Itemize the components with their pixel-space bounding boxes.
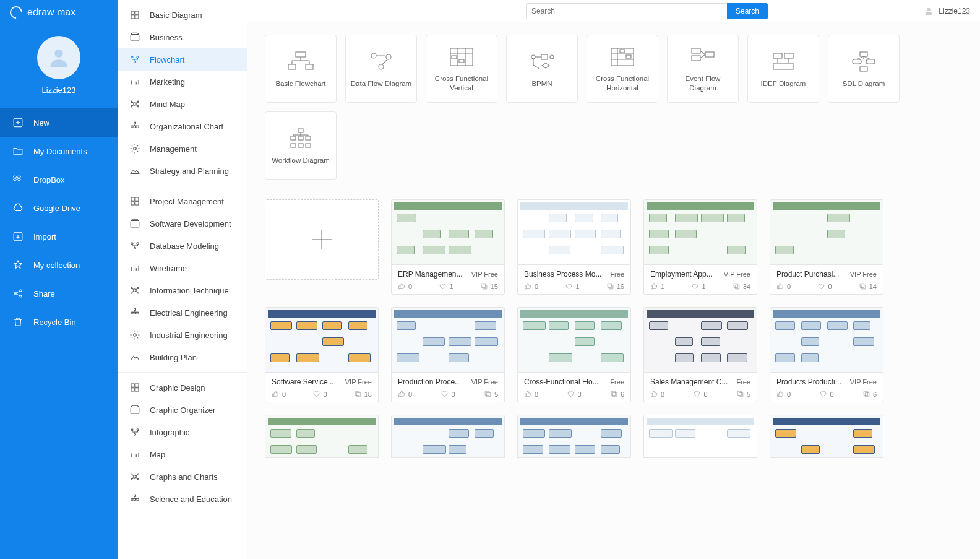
template-card[interactable]: Products Producti... VIP Free 0 0 6 (770, 307, 883, 402)
search-input[interactable] (526, 3, 727, 19)
type-card-basic-flowchart[interactable]: Basic Flowchart (265, 35, 337, 103)
category-graphic-design[interactable]: Graphic Design (118, 376, 247, 399)
category-management[interactable]: Management (118, 137, 247, 160)
type-card-bpmn[interactable]: BPMN (506, 35, 578, 103)
avatar[interactable] (37, 36, 80, 79)
svg-line-86 (136, 475, 137, 476)
category-database-modeling[interactable]: Database Modeling (118, 235, 247, 257)
template-card[interactable]: Product Purchasi... VIP Free 0 0 14 (770, 199, 883, 295)
sidebar-item-new[interactable]: New (0, 108, 118, 137)
template-card[interactable]: Production Proce... VIP Free 0 0 5 (391, 307, 505, 402)
category-map[interactable]: Map (118, 443, 247, 466)
template-card[interactable]: Cross-Functional Flo... Free 0 0 6 (517, 307, 631, 402)
category-wireframe[interactable]: Wireframe (118, 257, 247, 279)
copies-stat[interactable]: 5 (736, 390, 750, 398)
type-card-workflow-diagram[interactable]: Workflow Diagram (265, 111, 337, 180)
type-card-sdl-diagram[interactable]: SDL Diagram (828, 35, 900, 103)
favs-stat[interactable]: 1 (439, 282, 453, 290)
sidebar-item-import[interactable]: Import (0, 222, 118, 251)
type-card-idef-diagram[interactable]: IDEF Diagram (747, 35, 819, 103)
category-basic-diagram[interactable]: Basic Diagram (118, 4, 247, 26)
template-card[interactable]: Employment App... VIP Free 1 1 34 (643, 199, 757, 295)
likes-stat[interactable]: 0 (776, 282, 791, 290)
likes-stat[interactable]: 0 (776, 390, 791, 398)
likes-stat[interactable]: 0 (398, 282, 412, 290)
sidebar-item-recycle-bin[interactable]: Recycle Bin (0, 308, 118, 336)
template-title: Business Process Mo... (524, 270, 606, 279)
templates-section: ERP Managemen... VIP Free 0 1 15 Busines… (247, 187, 980, 470)
template-card[interactable] (391, 415, 505, 458)
category-graphs-and-charts[interactable]: Graphs and Charts (118, 466, 247, 488)
sidebar-item-my-documents[interactable]: My Documents (0, 137, 118, 165)
category-marketing[interactable]: Marketing (118, 71, 247, 93)
favs-stat[interactable]: 0 (817, 282, 832, 290)
type-card-cross-functional-horizontal[interactable]: Cross Functional Horizontal (587, 35, 658, 103)
category-building-plan[interactable]: Building Plan (118, 346, 247, 368)
sidebar-item-google-drive[interactable]: Google Drive (0, 194, 118, 222)
template-card[interactable] (517, 415, 631, 458)
likes-stat[interactable]: 0 (524, 390, 538, 398)
favs-stat[interactable]: 1 (565, 282, 579, 290)
template-card[interactable] (265, 415, 379, 458)
favs-stat[interactable]: 0 (441, 390, 455, 398)
template-card[interactable] (643, 415, 757, 458)
category-infographic[interactable]: Infographic (118, 421, 247, 443)
likes-stat[interactable]: 0 (398, 390, 412, 398)
copies-stat[interactable]: 6 (610, 390, 624, 398)
type-card-event-flow-diagram[interactable]: Event Flow Diagram (667, 35, 739, 103)
copies-stat[interactable]: 15 (480, 282, 498, 290)
template-card[interactable]: Business Process Mo... Free 0 1 16 (517, 199, 631, 295)
likes-stat[interactable]: 1 (650, 282, 664, 290)
copies-stat[interactable]: 16 (606, 282, 624, 290)
type-label: IDEF Diagram (761, 79, 806, 89)
likes-stat[interactable]: 0 (272, 390, 286, 398)
svg-point-73 (131, 429, 133, 431)
favs-stat[interactable]: 0 (819, 390, 833, 398)
category-industrial-engineering[interactable]: Industrial Engineering (118, 324, 247, 346)
category-electrical-engineering[interactable]: Electrical Engineering (118, 301, 247, 324)
favs-stat[interactable]: 0 (567, 390, 581, 398)
category-information-technique[interactable]: Information Technique (118, 279, 247, 301)
favs-stat[interactable]: 0 (312, 390, 327, 398)
category-software-development[interactable]: Software Development (118, 212, 247, 235)
likes-stat[interactable]: 0 (650, 390, 664, 398)
category-strategy-and-planning[interactable]: Strategy and Planning (118, 160, 247, 182)
category-mind-map[interactable]: Mind Map (118, 93, 247, 115)
favs-stat[interactable]: 0 (693, 390, 707, 398)
favs-stat[interactable]: 1 (691, 282, 705, 290)
category-project-management[interactable]: Project Management (118, 190, 247, 212)
copies-stat[interactable]: 5 (484, 390, 498, 398)
svg-rect-42 (131, 202, 134, 205)
sidebar-item-dropbox[interactable]: DropBox (0, 165, 118, 194)
copies-stat[interactable]: 14 (859, 282, 877, 290)
new-template-card[interactable] (265, 199, 379, 280)
copies-stat[interactable]: 18 (354, 390, 372, 398)
sidebar-item-my-collection[interactable]: My collection (0, 251, 118, 279)
type-card-data-flow-diagram[interactable]: Data Flow Diagram (345, 35, 417, 103)
template-card[interactable]: Sales Management C... Free 0 0 5 (643, 307, 757, 402)
dropbox-icon (12, 174, 24, 185)
template-badge: VIP Free (471, 378, 498, 386)
category-flowchart[interactable]: Flowchart (118, 48, 247, 71)
category-label: Database Modeling (150, 241, 219, 251)
category-science-and-education[interactable]: Science and Education (118, 488, 247, 510)
svg-rect-120 (626, 55, 631, 58)
category-graphic-organizer[interactable]: Graphic Organizer (118, 399, 247, 421)
type-card-cross-functional-vertical[interactable]: Cross Functional Vertical (426, 35, 497, 103)
user-corner[interactable]: Lizzie123 (924, 6, 970, 16)
copies-stat[interactable]: 34 (733, 282, 750, 290)
copies-stat[interactable]: 6 (862, 390, 877, 398)
search-button[interactable]: Search (727, 3, 768, 19)
category-organizational-chart[interactable]: Organizational Chart (118, 115, 247, 137)
svg-rect-127 (784, 53, 793, 58)
category-business[interactable]: Business (118, 26, 247, 48)
sidebar-item-share[interactable]: Share (0, 279, 118, 308)
template-card[interactable]: Software Service ... VIP Free 0 0 18 (265, 307, 379, 402)
likes-stat[interactable]: 0 (524, 282, 538, 290)
template-card[interactable] (770, 415, 883, 458)
category-panel: Basic DiagramBusinessFlowchartMarketingM… (118, 0, 247, 559)
template-thumbnail (265, 415, 379, 458)
template-card[interactable]: ERP Managemen... VIP Free 0 1 15 (391, 199, 505, 295)
template-badge: VIP Free (345, 378, 372, 386)
svg-line-88 (136, 478, 137, 479)
